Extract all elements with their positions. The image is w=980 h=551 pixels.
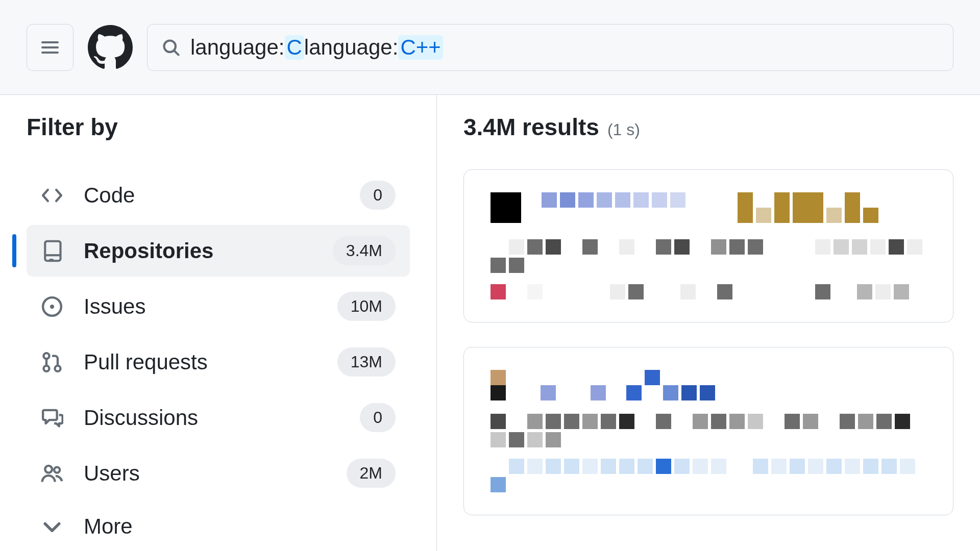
sidebar: Filter by Code 0 Repositories 3.4M <box>0 95 437 551</box>
filter-count: 2M <box>347 459 396 488</box>
filter-item-users[interactable]: Users 2M <box>27 447 410 499</box>
svg-point-7 <box>44 353 50 359</box>
svg-point-12 <box>54 467 60 472</box>
content: Filter by Code 0 Repositories 3.4M <box>0 95 980 551</box>
result-card[interactable] <box>463 347 953 515</box>
filter-item-pull-requests[interactable]: Pull requests 13M <box>27 336 410 388</box>
obscured-content <box>491 239 926 273</box>
svg-point-6 <box>50 304 54 308</box>
result-card[interactable] <box>463 169 953 322</box>
filter-title: Filter by <box>27 113 410 141</box>
search-prefix: language: <box>190 35 285 60</box>
svg-point-9 <box>55 365 61 371</box>
search-prefix: language: <box>304 35 399 60</box>
filter-label: Users <box>84 461 326 486</box>
results-count: 3.4M results <box>463 113 599 141</box>
menu-button[interactable] <box>27 24 74 71</box>
filter-count: 3.4M <box>333 236 396 265</box>
search-highlight: C <box>285 35 304 60</box>
filter-label: Repositories <box>84 239 312 263</box>
code-icon <box>41 184 63 207</box>
filter-label: Code <box>84 183 339 208</box>
filter-count: 0 <box>360 403 396 432</box>
filter-item-issues[interactable]: Issues 10M <box>27 281 410 332</box>
svg-point-11 <box>45 465 52 472</box>
obscured-content <box>491 414 926 447</box>
search-input[interactable]: language:C language:C++ <box>147 24 953 71</box>
filter-count: 0 <box>360 181 396 210</box>
pull-request-icon <box>41 351 63 373</box>
filter-item-more[interactable]: More <box>27 503 410 550</box>
issues-icon <box>41 295 63 318</box>
results-header: 3.4M results (1 s) <box>463 113 953 141</box>
repo-icon <box>41 240 63 262</box>
filter-label: Issues <box>84 294 317 319</box>
svg-point-8 <box>44 365 50 371</box>
filter-label: More <box>84 514 396 539</box>
filter-item-discussions[interactable]: Discussions 0 <box>27 392 410 443</box>
filter-item-repositories[interactable]: Repositories 3.4M <box>27 225 410 277</box>
chevron-down-icon <box>41 515 63 538</box>
github-icon <box>88 25 133 70</box>
header: language:C language:C++ <box>0 0 980 95</box>
hamburger-icon <box>40 37 60 58</box>
search-icon <box>162 38 180 57</box>
search-query: language:C language:C++ <box>190 35 443 60</box>
users-icon <box>41 462 63 485</box>
filter-count: 13M <box>337 347 396 377</box>
search-highlight: C++ <box>398 35 443 60</box>
results-time: (1 s) <box>607 120 640 139</box>
filter-item-code[interactable]: Code 0 <box>27 169 410 221</box>
filter-label: Pull requests <box>84 350 317 374</box>
obscured-content <box>491 370 926 400</box>
github-logo[interactable] <box>88 25 133 70</box>
obscured-content <box>491 459 926 492</box>
filter-label: Discussions <box>84 406 339 430</box>
filter-count: 10M <box>337 292 396 321</box>
main: 3.4M results (1 s) <box>437 95 980 551</box>
svg-line-4 <box>175 51 179 55</box>
obscured-content <box>491 284 926 299</box>
discussions-icon <box>41 407 63 429</box>
obscured-content <box>491 192 926 223</box>
